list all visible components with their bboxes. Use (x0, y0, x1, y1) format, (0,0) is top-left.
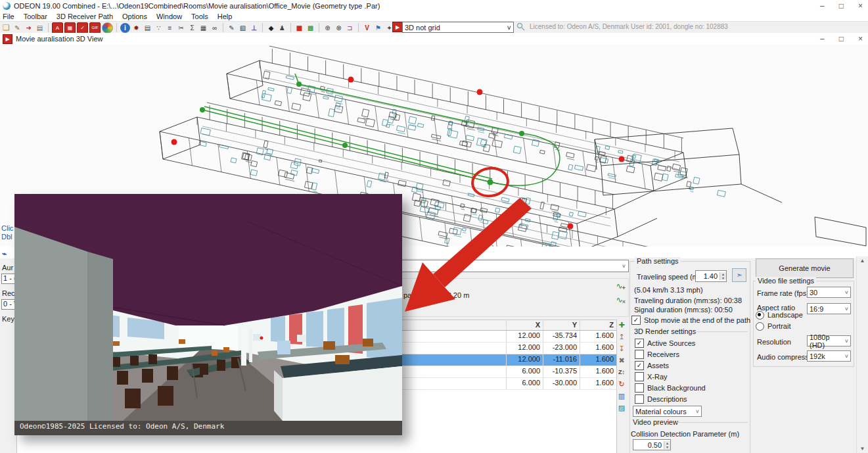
scroll-up-icon[interactable]: ▲ (857, 258, 868, 264)
search-model-icon[interactable]: ∞ (210, 23, 219, 33)
collision-spinner[interactable]: ▲▼ (664, 441, 670, 449)
subwindow-title-bar: ▶ Movie auralisation 3D View (0, 33, 868, 45)
resolution-combo[interactable]: 1080p (HD)˅ (807, 335, 851, 346)
column-header-y[interactable]: Y (543, 320, 580, 330)
collision-input[interactable]: 0.50 ▲▼ (633, 439, 671, 450)
play-icon[interactable]: ⚑ (373, 23, 383, 33)
window-controls: –□× (820, 0, 863, 12)
column-header-x[interactable]: X (506, 320, 543, 330)
generate-movie-button[interactable]: Generate movie (756, 258, 854, 278)
colour-mode-combo[interactable]: Material colours ˅ (633, 406, 702, 417)
checkbox-black-background[interactable]: Black Background (635, 382, 706, 393)
pick-speed-button[interactable]: ➣ (732, 268, 746, 282)
menu-options[interactable]: Options (122, 12, 147, 20)
source-receiver-list-icon[interactable]: ▦ (64, 22, 76, 34)
radio-portrait[interactable]: Portrait (756, 321, 803, 331)
chevron-down-icon: ˅ (845, 338, 848, 345)
measure-icon[interactable]: V (362, 23, 372, 33)
display-options-icon[interactable]: ▥ (616, 391, 627, 401)
render-scene (14, 194, 402, 435)
list-icon[interactable]: ≡ (165, 23, 175, 33)
left-strip: ⌁Aur1 - (Rec0 - VKey (0, 248, 16, 453)
3d-render-inset: Odeon©1985-2025 Licensed to: Odeon A/S, … (14, 194, 402, 435)
receiver-path-icon[interactable]: ⊥ (249, 23, 259, 33)
close-button[interactable]: × (858, 2, 863, 10)
traveling-speed-input[interactable]: 1.40 ▲▼ (695, 270, 727, 282)
minimize-button[interactable]: – (820, 2, 825, 10)
globe-icon[interactable]: ⊕ (323, 23, 332, 33)
add-path-icon[interactable]: ∿ (614, 281, 625, 292)
scroll-down-icon[interactable]: ▼ (857, 446, 868, 452)
material-list-icon[interactable]: A (52, 22, 63, 34)
door-icon[interactable]: ⊐ (345, 23, 355, 33)
radio-landscape[interactable]: Landscape (756, 310, 803, 320)
sources-icon[interactable]: ∵ (154, 23, 164, 33)
eraser-icon[interactable]: ◆ (266, 23, 276, 33)
colour-wheel-icon[interactable] (102, 22, 113, 34)
open-icon[interactable]: ❏ (1, 23, 11, 33)
close-button[interactable]: × (858, 35, 863, 43)
menu-toolbar[interactable]: Toolbar (24, 12, 47, 20)
print-icon[interactable]: ▤ (35, 23, 45, 33)
grid-green-icon[interactable]: ▩ (306, 23, 315, 33)
checkbox-stop-movie[interactable]: ✓ Stop movie at the end of the path (631, 314, 750, 325)
maximize-button[interactable]: □ (839, 2, 844, 10)
checkbox-box (635, 394, 644, 404)
auralisation-combo[interactable]: 1 - ( (1, 274, 16, 284)
checkbox-active-sources[interactable]: ✓Active Sources (635, 337, 706, 348)
tools-icon[interactable]: ✂ (176, 23, 186, 33)
view-mode-combo[interactable]: 3D not grid ˅ (402, 22, 514, 33)
globe-material-icon[interactable]: ⊗ (334, 23, 344, 33)
clear-path-icon[interactable]: ∿ (614, 295, 625, 306)
materials-icon[interactable]: ✸ (131, 23, 141, 33)
view-mode-value: 3D not grid (405, 24, 440, 32)
checkbox-x-ray[interactable]: X-Ray (635, 371, 706, 382)
draw-icon[interactable]: ✎ (227, 23, 237, 33)
grid-icon[interactable]: ▦ (198, 23, 208, 33)
sort-z-icon[interactable]: Z↕ (616, 368, 627, 377)
minimize-button[interactable]: – (820, 35, 825, 43)
notes-icon[interactable]: ▤ (143, 23, 152, 33)
column-header-z[interactable]: Z (580, 320, 616, 330)
toolbar-separator (262, 23, 263, 32)
menu-tools[interactable]: Tools (191, 12, 208, 20)
export-icon[interactable]: ➜ (24, 23, 34, 33)
move-point-up-icon[interactable]: ↥ (616, 332, 627, 342)
frame-rate-combo[interactable]: 30˅ (807, 287, 851, 298)
maximize-button[interactable]: □ (839, 35, 844, 43)
menu-window[interactable]: Window (156, 12, 182, 20)
radio-label: Landscape (767, 311, 803, 319)
magnifier-icon[interactable] (516, 22, 525, 32)
menu-help[interactable]: Help (217, 12, 233, 20)
add-point-icon[interactable]: ✚ (616, 320, 627, 330)
checkbox-label: Black Background (647, 384, 706, 392)
speed-spinner[interactable]: ▲▼ (720, 272, 726, 280)
reverse-path-icon[interactable]: ↻ (616, 379, 627, 389)
checkbox-receivers[interactable]: Receivers (635, 348, 706, 360)
movie-toolbar-icon[interactable]: ▶ (392, 22, 403, 32)
gif-icon[interactable]: GIF (89, 22, 101, 34)
menu-3d-receiver-path[interactable]: 3D Receiver Path (57, 12, 113, 20)
audio-compression-combo[interactable]: 192k˅ (807, 350, 851, 362)
walker-icon[interactable]: ♟ (277, 23, 287, 33)
grid-red-icon[interactable]: ▦ (294, 23, 304, 33)
path-length-text: path length: 53.20 m (403, 291, 469, 299)
snapshot-icon[interactable]: ▨ (616, 403, 627, 413)
info-icon[interactable]: i (120, 23, 130, 33)
sum-icon[interactable]: Σ (187, 23, 197, 33)
grid-edit-icon[interactable]: ▧ (238, 23, 248, 33)
vertical-scrollbar[interactable]: ▲ ▼ (856, 256, 868, 453)
delete-point-icon[interactable]: ✖ (616, 356, 627, 366)
toolbar-separator (116, 23, 117, 32)
toolbar-separator (223, 23, 223, 32)
checkbox-assets[interactable]: ✓Assets (635, 360, 706, 371)
checkbox-label: Descriptions (647, 395, 687, 403)
move-point-down-icon[interactable]: ↧ (616, 344, 627, 354)
edit-icon[interactable]: ✎ (12, 23, 22, 33)
aspect-ratio-combo[interactable]: 16:9˅ (807, 303, 851, 314)
menu-file[interactable]: File (3, 12, 14, 20)
job-list-icon[interactable]: ✓ (77, 22, 88, 34)
radio-icon (756, 311, 764, 320)
checkbox-descriptions[interactable]: Descriptions (635, 393, 706, 404)
receiver-combo[interactable]: 0 - V (1, 299, 16, 310)
